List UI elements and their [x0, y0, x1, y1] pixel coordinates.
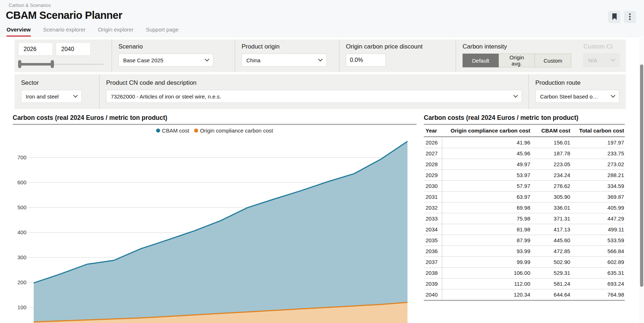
table-row: 202953.97234.24288.21	[424, 170, 625, 181]
value-cell: 233.75	[571, 148, 625, 159]
custom-ci-label: Custom CI	[584, 43, 619, 50]
value-cell: 371.31	[531, 213, 571, 224]
svg-text:700: 700	[17, 154, 26, 160]
value-cell: 187.78	[531, 148, 571, 159]
legend-label: Origin compliance carbon cost	[200, 127, 273, 134]
year-cell: 2040	[424, 289, 442, 301]
svg-text:400: 400	[17, 229, 26, 235]
year-cell: 2034	[424, 224, 442, 235]
table-row: 202641.96156.01197.97	[424, 137, 625, 148]
svg-text:300: 300	[17, 254, 26, 260]
sector-label: Sector	[21, 79, 93, 87]
slider-handle-end[interactable]	[51, 60, 54, 68]
chevron-down-icon	[513, 93, 518, 98]
product-cn-code-value: 73262000 - Articles of iron or steel wir…	[111, 93, 221, 100]
value-cell: 106.00	[442, 268, 531, 278]
product-origin-value: China	[246, 57, 260, 63]
scenario-dropdown[interactable]: Base Case 2025	[118, 54, 213, 67]
column-header-year: Year	[424, 125, 442, 137]
carbon-intensity-custom-button[interactable]: Custom	[535, 54, 571, 67]
value-cell: 93.99	[442, 246, 531, 257]
scenario-value: Base Case 2025	[123, 57, 163, 63]
year-range-slider[interactable]	[18, 60, 104, 68]
more-options-button[interactable]	[624, 11, 636, 23]
value-cell: 566.84	[571, 246, 625, 257]
value-cell: 112.00	[442, 278, 531, 289]
value-cell: 472.85	[531, 246, 571, 257]
svg-text:200: 200	[17, 279, 26, 285]
production-route-label: Production route	[535, 79, 619, 87]
value-cell: 305.90	[531, 192, 571, 202]
table-row: 202745.96187.78233.75	[424, 148, 625, 159]
value-cell: 99.99	[442, 257, 531, 268]
table-row: 2040120.34644.64764.98	[424, 289, 625, 301]
chevron-down-icon	[611, 57, 615, 62]
scrollbar-thumb[interactable]	[640, 64, 643, 287]
value-cell: 336.01	[531, 202, 571, 213]
legend-dot-teal	[156, 129, 160, 133]
svg-text:500: 500	[17, 204, 26, 210]
carbon-intensity-default-button[interactable]: Default	[463, 54, 499, 67]
year-end-input[interactable]	[56, 42, 91, 56]
origin-carbon-price-discount-section: Origin carbon price discount	[339, 39, 456, 72]
table-row: 203693.99472.85566.84	[424, 246, 625, 257]
year-cell: 2037	[424, 257, 442, 268]
carbon-intensity-section: Carbon intensity Default Origin avg. Cus…	[456, 39, 577, 72]
tab-overview[interactable]: Overview	[7, 26, 31, 37]
product-origin-label: Product origin	[242, 43, 333, 50]
table-row: 203587.99445.60533.59	[424, 235, 625, 246]
year-cell: 2028	[424, 159, 442, 170]
year-cell: 2033	[424, 213, 442, 224]
page-header: Carbon & Scenarios CBAM Scenario Planner…	[0, 0, 644, 36]
table-row: 203375.98371.31447.29	[424, 213, 625, 224]
value-cell: 273.02	[571, 159, 625, 170]
product-cn-code-dropdown[interactable]: 73262000 - Articles of iron or steel wir…	[106, 90, 522, 103]
value-cell: 405.99	[571, 202, 625, 213]
carbon-intensity-label: Carbon intensity	[463, 43, 570, 50]
year-cell: 2032	[424, 202, 442, 213]
year-start-input[interactable]	[18, 42, 53, 56]
tab-origin-explorer[interactable]: Origin explorer	[98, 26, 133, 37]
year-cell: 2030	[424, 181, 442, 192]
year-cell: 2027	[424, 148, 442, 159]
value-cell: 41.96	[442, 137, 531, 148]
page-scrollbar[interactable]	[639, 36, 644, 323]
origin-carbon-price-discount-input[interactable]	[346, 54, 386, 67]
legend-item-cbam-cost[interactable]: CBAM cost	[156, 127, 189, 134]
value-cell: 81.98	[442, 224, 531, 235]
value-cell: 334.59	[571, 181, 625, 192]
value-cell: 69.98	[442, 202, 531, 213]
bookmark-button[interactable]	[608, 11, 620, 23]
value-cell: 234.24	[531, 170, 571, 181]
value-cell: 581.24	[531, 278, 571, 289]
tab-scenario-explorer[interactable]: Scenario explorer	[43, 26, 86, 37]
value-cell: 533.59	[571, 235, 625, 246]
product-cn-code-section: Product CN code and description 73262000…	[99, 74, 528, 109]
svg-text:100: 100	[17, 304, 26, 310]
production-route-value: Carbon Steel based o…	[540, 93, 598, 100]
value-cell: 502.90	[531, 257, 571, 268]
carbon-costs-area-chart: 100200300400500600700	[13, 135, 417, 323]
value-cell: 197.97	[571, 137, 625, 148]
value-cell: 499.11	[571, 224, 625, 235]
value-cell: 87.99	[442, 235, 531, 246]
custom-ci-value: N/A	[588, 57, 597, 63]
value-cell: 417.13	[531, 224, 571, 235]
tab-support-page[interactable]: Support page	[146, 26, 179, 37]
table-row: 203269.98336.01405.99	[424, 202, 625, 213]
table-title: Carbon costs (real 2024 Euros / metric t…	[424, 114, 625, 125]
value-cell: 63.97	[442, 192, 531, 202]
value-cell: 49.97	[442, 159, 531, 170]
product-origin-dropdown[interactable]: China	[242, 54, 327, 67]
year-cell: 2038	[424, 268, 442, 278]
sector-dropdown[interactable]: Iron and steel	[21, 90, 82, 103]
production-route-dropdown[interactable]: Carbon Steel based o…	[535, 90, 619, 103]
value-cell: 75.98	[442, 213, 531, 224]
carbon-costs-table: Year Origin compliance carbon cost CBAM …	[424, 125, 625, 301]
table-row: 203799.99502.90602.89	[424, 257, 625, 268]
value-cell: 693.24	[571, 278, 625, 289]
table-row: 203481.98417.13499.11	[424, 224, 625, 235]
legend-item-origin-compliance[interactable]: Origin compliance carbon cost	[194, 127, 273, 134]
carbon-intensity-origin-avg-button[interactable]: Origin avg.	[499, 54, 535, 67]
slider-handle-start[interactable]	[18, 60, 21, 68]
